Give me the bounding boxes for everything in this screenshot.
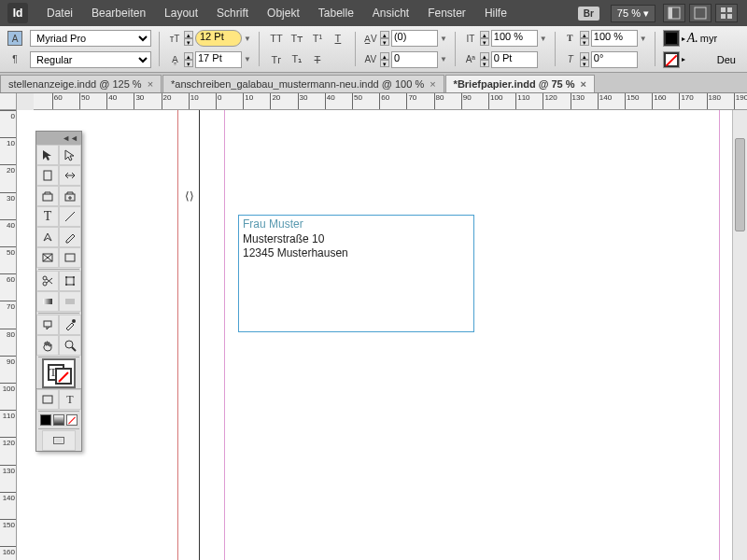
view-mode-button[interactable]: [663, 4, 685, 22]
vscale-input[interactable]: 100 %: [491, 30, 538, 47]
menu-objekt[interactable]: Objekt: [258, 7, 309, 20]
direct-selection-tool[interactable]: [59, 145, 81, 165]
dropdown-arrow-icon[interactable]: ▼: [440, 35, 447, 43]
font-size-input[interactable]: 12 Pt: [195, 30, 242, 47]
scrollbar-thumb[interactable]: [735, 138, 745, 231]
apply-color-button[interactable]: [40, 414, 51, 426]
address-text-frame[interactable]: Frau Muster Musterstraße 10 12345 Muster…: [238, 215, 474, 332]
kerning-input[interactable]: (0): [391, 30, 438, 47]
menu-ansicht[interactable]: Ansicht: [363, 7, 418, 20]
menu-tabelle[interactable]: Tabelle: [309, 7, 363, 20]
page-tool[interactable]: [36, 165, 59, 186]
doc-tab-0[interactable]: stellenanzeige.indd @ 125 %×: [0, 75, 162, 92]
skew-icon: T: [563, 52, 578, 67]
ligature-button[interactable]: Ŧ: [308, 54, 327, 65]
smallcaps-button[interactable]: Tᴛ: [288, 33, 306, 45]
para-mode-icon[interactable]: ¶: [7, 52, 22, 67]
close-icon[interactable]: ×: [430, 78, 435, 90]
formatting-container-button[interactable]: [36, 389, 59, 410]
menu-hilfe[interactable]: Hilfe: [475, 7, 516, 20]
vertical-ruler[interactable]: 0102030405060708090100110120130140150160…: [0, 110, 17, 560]
ruler-origin[interactable]: [0, 93, 17, 110]
selection-tool[interactable]: [36, 145, 59, 165]
superscript-button[interactable]: T¹: [308, 33, 327, 44]
zoom-tool[interactable]: [59, 335, 81, 356]
tracking-input[interactable]: 0: [391, 51, 438, 68]
gradient-swatch-tool[interactable]: [36, 291, 59, 312]
rectangle-frame-tool[interactable]: [36, 247, 59, 268]
font-family-dropdown[interactable]: Myriad Pro: [30, 30, 151, 47]
type-tool[interactable]: T: [36, 206, 59, 227]
menu-datei[interactable]: Datei: [37, 7, 82, 20]
hscale-input[interactable]: 100 %: [591, 30, 638, 47]
dropdown-arrow-icon[interactable]: ▼: [640, 35, 647, 43]
hand-tool[interactable]: [36, 335, 59, 356]
dropdown-arrow-icon[interactable]: ▸: [682, 55, 685, 63]
margin-guide-left: [224, 110, 225, 560]
line-tool[interactable]: [59, 206, 81, 227]
fill-swatch[interactable]: [663, 30, 680, 47]
close-icon[interactable]: ×: [581, 78, 586, 90]
menu-schrift[interactable]: Schrift: [207, 7, 258, 20]
subscript-button[interactable]: Tг: [267, 54, 286, 65]
strikethrough-button[interactable]: T₁: [288, 53, 306, 65]
tab-label: *anschreiben_galabau_mustermann-neu.indd…: [171, 78, 424, 90]
size-stepper[interactable]: ▴▾: [184, 31, 193, 46]
close-icon[interactable]: ×: [148, 78, 153, 90]
gradient-feather-tool[interactable]: [59, 291, 81, 312]
pen-tool[interactable]: [36, 227, 59, 247]
dropdown-arrow-icon[interactable]: ▼: [440, 55, 447, 63]
menu-bar: Id Datei Bearbeiten Layout Schrift Objek…: [0, 0, 747, 26]
menu-layout[interactable]: Layout: [155, 7, 207, 20]
char-mode-icon[interactable]: A: [7, 31, 22, 46]
stroke-swatch[interactable]: [663, 51, 680, 68]
content-collector-tool[interactable]: [36, 186, 59, 206]
kerning-stepper[interactable]: ▴▾: [380, 31, 389, 46]
skew-input[interactable]: 0°: [591, 51, 638, 68]
vertical-scrollbar[interactable]: [732, 110, 747, 560]
free-transform-tool[interactable]: [59, 271, 81, 291]
view-mode-toggle[interactable]: [42, 430, 76, 451]
vscale-stepper[interactable]: ▴▾: [480, 31, 489, 46]
tab-label: stellenanzeige.indd @ 125 %: [8, 78, 142, 90]
svg-point-20: [65, 276, 67, 278]
skew-stepper[interactable]: ▴▾: [580, 52, 589, 67]
horizontal-ruler[interactable]: 6050403020100102030405060708090100110120…: [34, 93, 747, 110]
menu-fenster[interactable]: Fenster: [418, 7, 475, 20]
tracking-stepper[interactable]: ▴▾: [380, 52, 389, 67]
content-placer-tool[interactable]: [59, 186, 81, 206]
doc-tab-2[interactable]: *Briefpapier.indd @ 75 %×: [445, 75, 595, 92]
font-style-dropdown[interactable]: Regular: [30, 51, 151, 68]
apply-none-button[interactable]: [66, 414, 78, 426]
note-tool[interactable]: [36, 315, 59, 335]
apply-gradient-button[interactable]: [53, 414, 64, 426]
formatting-text-button[interactable]: T: [59, 389, 81, 410]
leading-input[interactable]: 17 Pt: [195, 51, 242, 68]
doc-tab-1[interactable]: *anschreiben_galabau_mustermann-neu.indd…: [162, 75, 444, 92]
leading-stepper[interactable]: ▴▾: [184, 52, 193, 67]
screen-mode-button[interactable]: [689, 4, 712, 22]
gap-tool[interactable]: [59, 165, 81, 186]
dropdown-arrow-icon[interactable]: ▼: [244, 55, 251, 63]
dropdown-arrow-icon[interactable]: ▸: [682, 35, 685, 43]
eyedropper-tool[interactable]: [59, 315, 81, 335]
bridge-button[interactable]: Br: [578, 7, 599, 21]
scissors-tool[interactable]: [36, 271, 59, 291]
dropdown-arrow-icon[interactable]: ▼: [244, 35, 251, 43]
baseline-stepper[interactable]: ▴▾: [480, 52, 489, 67]
document-canvas[interactable]: ⟨⟩ Frau Muster Musterstraße 10 12345 Mus…: [17, 110, 747, 560]
hscale-stepper[interactable]: ▴▾: [580, 31, 589, 46]
svg-point-27: [72, 319, 76, 323]
rectangle-tool[interactable]: [59, 247, 81, 268]
panel-collapse-button[interactable]: ◄◄: [36, 132, 81, 145]
allcaps-button[interactable]: TT: [267, 33, 286, 44]
arrange-button[interactable]: [715, 4, 738, 22]
baseline-input[interactable]: 0 Pt: [491, 51, 538, 68]
zoom-dropdown[interactable]: 75 % ▾: [611, 5, 655, 22]
menu-bearbeiten[interactable]: Bearbeiten: [82, 7, 155, 20]
fill-stroke-toggle[interactable]: T: [42, 358, 76, 388]
underline-button[interactable]: T: [329, 33, 347, 44]
dropdown-arrow-icon[interactable]: ▼: [540, 35, 547, 43]
char-style-icon[interactable]: A.: [687, 31, 698, 46]
pencil-tool[interactable]: [59, 227, 81, 247]
